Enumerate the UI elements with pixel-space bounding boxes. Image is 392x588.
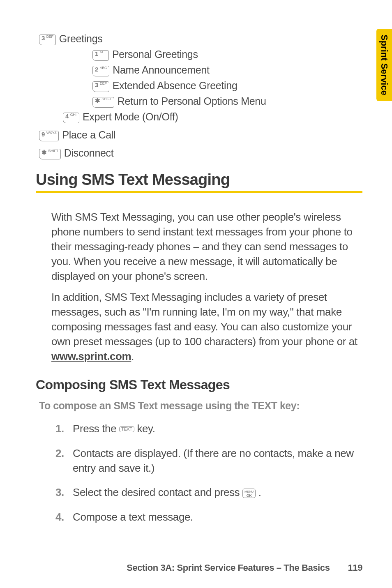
key-4-icon: 4 GHI: [63, 113, 79, 123]
instruction-text: To compose an SMS Text message using the…: [39, 400, 362, 412]
key-9-icon: 9 WXYZ: [39, 131, 59, 141]
key-3-icon: 3 DEF: [39, 35, 56, 45]
page-title: Using SMS Text Messaging: [36, 171, 362, 189]
paragraph-1: With SMS Text Messaging, you can use oth…: [51, 210, 362, 284]
step3-text-b: .: [256, 486, 261, 498]
key-2-icon: 2 ABC: [92, 66, 109, 76]
step3-text-a: Select the desired contact and press: [73, 486, 242, 498]
para2-text-b: .: [131, 350, 134, 362]
sprint-link[interactable]: www.sprint.com: [51, 350, 131, 362]
footer-section: Section 3A: Sprint Service Features – Th…: [127, 563, 330, 573]
page-footer: Section 3A: Sprint Service Features – Th…: [0, 563, 392, 573]
step1-text-b: key.: [134, 422, 155, 435]
paragraph-2: In addition, SMS Text Messaging includes…: [51, 290, 362, 364]
subheading: Composing SMS Text Messages: [36, 377, 362, 392]
menu-item-personal-greetings: 1 ✉ Personal Greetings: [92, 48, 362, 61]
menu-item-name-announcement: 2 ABC Name Announcement: [92, 64, 362, 76]
step1-text-a: Press the: [73, 422, 119, 435]
menu-label: Place a Call: [62, 129, 115, 141]
section-tab: Sprint Service: [376, 29, 392, 101]
menu-item-return-options: ✱ SHIFT Return to Personal Options Menu: [92, 95, 362, 108]
step-3: Select the desired contact and press MEN…: [55, 485, 362, 500]
menu-label: Name Announcement: [113, 64, 209, 76]
menu-label: Expert Mode (On/Off): [83, 111, 178, 123]
menu-item-expert-mode: 4 GHI Expert Mode (On/Off): [63, 111, 362, 123]
key-star-icon: ✱ SHIFT: [92, 97, 114, 108]
heading-rule: [36, 191, 362, 193]
menu-item-extended-absence: 3 DEF Extended Absence Greeting: [92, 80, 362, 92]
menu-ok-key-icon: MENUOK: [242, 489, 256, 498]
menu-label: Return to Personal Options Menu: [118, 95, 266, 107]
menu-label: Extended Absence Greeting: [113, 80, 238, 92]
key-1-icon: 1 ✉: [92, 50, 109, 61]
menu-label: Greetings: [59, 33, 103, 45]
menu-item-disconnect: ✱ SHIFT Disconnect: [39, 147, 362, 159]
key-star-icon: ✱ SHIFT: [39, 149, 61, 159]
key-3-icon: 3 DEF: [92, 81, 109, 92]
step-2: Contacts are displayed. (If there are no…: [55, 446, 362, 476]
page-number: 119: [348, 563, 362, 573]
menu-label: Disconnect: [64, 147, 114, 159]
step-4: Compose a text message.: [55, 510, 362, 525]
steps-list: Press the TEXT key. Contacts are display…: [55, 422, 362, 525]
page-content: 3 DEF Greetings 1 ✉ Personal Greetings 2…: [0, 0, 392, 525]
para2-text-a: In addition, SMS Text Messaging includes…: [51, 291, 357, 348]
menu-label: Personal Greetings: [112, 48, 198, 60]
text-key-icon: TEXT: [119, 426, 134, 432]
menu-item-place-call: 9 WXYZ Place a Call: [39, 129, 362, 141]
step-1: Press the TEXT key.: [55, 422, 362, 436]
menu-item-greetings: 3 DEF Greetings: [39, 33, 362, 45]
